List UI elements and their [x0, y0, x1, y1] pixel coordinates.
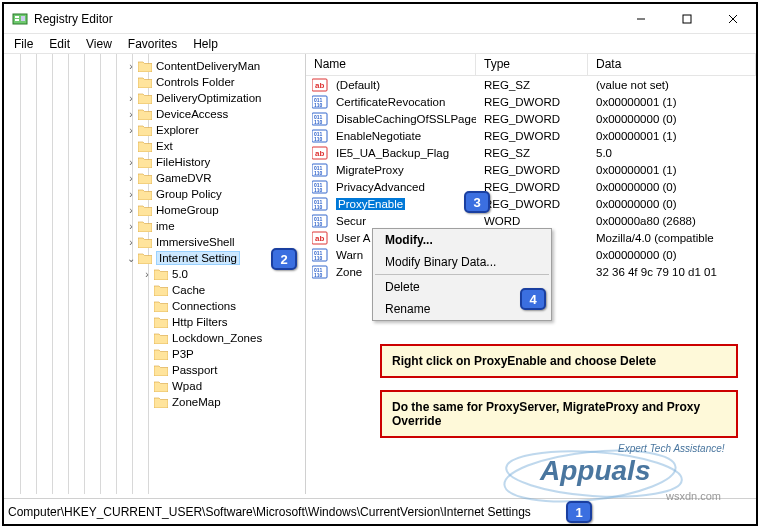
tree-item-label: Passport: [172, 364, 217, 376]
badge-4: 4: [520, 288, 546, 310]
value-row[interactable]: CertificateRevocationREG_DWORD0x00000001…: [306, 93, 756, 110]
tree-item[interactable]: ⌄Internet Setting: [4, 250, 305, 266]
value-name: PrivacyAdvanced: [328, 181, 476, 193]
chevron-right-icon[interactable]: ›: [124, 189, 138, 200]
tree-item[interactable]: ›FileHistory: [4, 154, 305, 170]
badge-3: 3: [464, 191, 490, 213]
string-value-icon: [312, 231, 328, 245]
tree-item[interactable]: ›Explorer: [4, 122, 305, 138]
value-row[interactable]: MigrateProxyREG_DWORD0x00000001 (1): [306, 161, 756, 178]
menu-view[interactable]: View: [86, 37, 112, 51]
tree-item[interactable]: Connections: [4, 298, 305, 314]
tree-item-label: ImmersiveShell: [156, 236, 235, 248]
statusbar: Computer\HKEY_CURRENT_USER\Software\Micr…: [4, 498, 756, 524]
svg-rect-5: [683, 15, 691, 23]
tree-item[interactable]: ›ContentDeliveryMan: [4, 58, 305, 74]
svg-rect-3: [21, 16, 25, 21]
chevron-right-icon[interactable]: ›: [124, 61, 138, 72]
value-row[interactable]: (Default)REG_SZ(value not set): [306, 76, 756, 93]
close-button[interactable]: [710, 4, 756, 34]
tree-item-label: GameDVR: [156, 172, 212, 184]
value-type: WORD: [476, 215, 588, 227]
maximize-button[interactable]: [664, 4, 710, 34]
col-name[interactable]: Name: [306, 54, 476, 75]
values-header: Name Type Data: [306, 54, 756, 76]
tree-item[interactable]: Http Filters: [4, 314, 305, 330]
dword-value-icon: [312, 129, 328, 143]
tree-item[interactable]: ›HomeGroup: [4, 202, 305, 218]
folder-icon: [154, 348, 168, 360]
value-row[interactable]: PrivacyAdvancedREG_DWORD0x00000000 (0): [306, 178, 756, 195]
value-row[interactable]: EnableNegotiateREG_DWORD0x00000001 (1): [306, 127, 756, 144]
value-data: 0x00000000 (0): [588, 198, 756, 210]
chevron-right-icon[interactable]: ›: [124, 221, 138, 232]
hint-1: Right click on ProxyEnable and choose De…: [380, 344, 738, 378]
tree-item[interactable]: ZoneMap: [4, 394, 305, 410]
tree-item-label: Lockdown_Zones: [172, 332, 262, 344]
chevron-right-icon[interactable]: ›: [124, 237, 138, 248]
tree-item[interactable]: ›ImmersiveShell: [4, 234, 305, 250]
chevron-right-icon[interactable]: ›: [140, 269, 154, 280]
menu-favorites[interactable]: Favorites: [128, 37, 177, 51]
tree-item-label: FileHistory: [156, 156, 210, 168]
col-data[interactable]: Data: [588, 54, 756, 75]
dword-value-icon: [312, 197, 328, 211]
tree-item[interactable]: Ext: [4, 138, 305, 154]
folder-icon: [138, 172, 152, 184]
col-type[interactable]: Type: [476, 54, 588, 75]
tree-item[interactable]: ›DeliveryOptimization: [4, 90, 305, 106]
tree-item[interactable]: Passport: [4, 362, 305, 378]
tree-item-label: Internet Setting: [156, 251, 240, 265]
tree-item-label: Group Policy: [156, 188, 222, 200]
tree-item[interactable]: ›Group Policy: [4, 186, 305, 202]
svg-rect-1: [15, 16, 19, 18]
ctx-separator: [375, 274, 549, 275]
chevron-right-icon[interactable]: ›: [124, 157, 138, 168]
chevron-right-icon[interactable]: ›: [124, 93, 138, 104]
value-row[interactable]: SecurWORD0x00000a80 (2688): [306, 212, 756, 229]
value-row[interactable]: DisableCachingOfSSLPagesREG_DWORD0x00000…: [306, 110, 756, 127]
chevron-right-icon[interactable]: ›: [124, 109, 138, 120]
folder-icon: [138, 156, 152, 168]
tree-item[interactable]: P3P: [4, 346, 305, 362]
value-data: Mozilla/4.0 (compatible: [588, 232, 756, 244]
value-type: REG_SZ: [476, 79, 588, 91]
chevron-right-icon[interactable]: ›: [124, 173, 138, 184]
tree-item[interactable]: ›GameDVR: [4, 170, 305, 186]
value-row[interactable]: ProxyEnableREG_DWORD0x00000000 (0): [306, 195, 756, 212]
dword-value-icon: [312, 95, 328, 109]
value-type: REG_DWORD: [476, 130, 588, 142]
tree-item[interactable]: ›5.0: [4, 266, 305, 282]
tree-item-label: Explorer: [156, 124, 199, 136]
folder-icon: [138, 236, 152, 248]
dword-value-icon: [312, 265, 328, 279]
minimize-button[interactable]: [618, 4, 664, 34]
menu-file[interactable]: File: [14, 37, 33, 51]
tree-item[interactable]: Controls Folder: [4, 74, 305, 90]
ctx-modify-binary[interactable]: Modify Binary Data...: [373, 251, 551, 273]
folder-icon: [138, 252, 152, 264]
folder-icon: [154, 316, 168, 328]
value-name: MigrateProxy: [328, 164, 476, 176]
tree-item-label: DeviceAccess: [156, 108, 228, 120]
value-row[interactable]: IE5_UA_Backup_FlagREG_SZ5.0: [306, 144, 756, 161]
chevron-right-icon[interactable]: ›: [124, 205, 138, 216]
menu-help[interactable]: Help: [193, 37, 218, 51]
tree-pane[interactable]: ›ContentDeliveryManControls Folder›Deliv…: [4, 54, 306, 494]
tree-item[interactable]: ›DeviceAccess: [4, 106, 305, 122]
tree-item[interactable]: Wpad: [4, 378, 305, 394]
chevron-right-icon[interactable]: ›: [124, 125, 138, 136]
tree-item[interactable]: Cache: [4, 282, 305, 298]
svg-rect-2: [15, 19, 19, 21]
tree-item[interactable]: ›ime: [4, 218, 305, 234]
tree-item[interactable]: Lockdown_Zones: [4, 330, 305, 346]
ctx-modify[interactable]: Modify...: [373, 229, 551, 251]
folder-icon: [138, 204, 152, 216]
folder-icon: [154, 300, 168, 312]
menu-edit[interactable]: Edit: [49, 37, 70, 51]
tree-item-label: Cache: [172, 284, 205, 296]
chevron-down-icon[interactable]: ⌄: [124, 253, 138, 264]
value-data: 0x00000001 (1): [588, 164, 756, 176]
tree-item-label: DeliveryOptimization: [156, 92, 261, 104]
folder-icon: [154, 364, 168, 376]
